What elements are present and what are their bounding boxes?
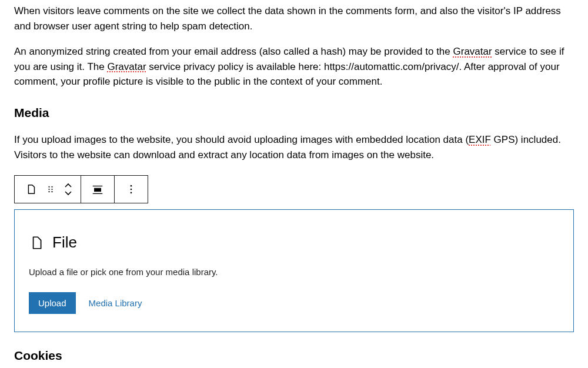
paragraph-media: If you upload images to the website, you… <box>14 132 574 162</box>
text-segment: An anonymized string created from your e… <box>14 46 453 57</box>
svg-point-0 <box>48 186 49 188</box>
file-block-actions: Upload Media Library <box>29 292 559 314</box>
block-type-file-icon[interactable] <box>21 176 42 203</box>
file-block-placeholder: File Upload a file or pick one from your… <box>14 209 574 332</box>
spellcheck-word: EXIF <box>469 134 491 145</box>
svg-point-10 <box>131 189 132 190</box>
text-segment: If you upload images to the website, you… <box>14 134 469 145</box>
block-toolbar <box>14 175 148 203</box>
toolbar-group-block <box>15 176 81 203</box>
file-block-title: File <box>52 231 77 254</box>
spellcheck-word: Gravatar <box>107 61 146 72</box>
file-block-description: Upload a file or pick one from your medi… <box>29 266 559 279</box>
upload-button[interactable]: Upload <box>29 292 76 314</box>
paragraph-gravatar: An anonymized string created from your e… <box>14 44 574 89</box>
toolbar-group-more <box>115 176 148 203</box>
svg-point-9 <box>131 185 132 187</box>
media-library-button[interactable]: Media Library <box>89 298 142 308</box>
svg-point-11 <box>131 192 132 194</box>
svg-rect-7 <box>95 188 101 192</box>
heading-cookies: Cookies <box>14 346 574 365</box>
svg-point-3 <box>51 189 52 190</box>
svg-point-4 <box>48 191 49 192</box>
file-block-header: File <box>29 231 559 254</box>
file-icon <box>29 235 44 250</box>
svg-point-2 <box>48 189 49 190</box>
svg-point-5 <box>51 191 52 192</box>
heading-media: Media <box>14 103 574 122</box>
move-up-down-icon[interactable] <box>59 176 77 203</box>
drag-handle-icon[interactable] <box>42 176 59 203</box>
more-options-icon[interactable] <box>121 176 142 203</box>
spellcheck-word: Gravatar <box>453 46 492 57</box>
align-icon[interactable] <box>87 176 108 203</box>
toolbar-group-align <box>81 176 115 203</box>
svg-point-1 <box>51 186 52 188</box>
paragraph-comments: When visitors leave comments on the site… <box>14 4 574 34</box>
